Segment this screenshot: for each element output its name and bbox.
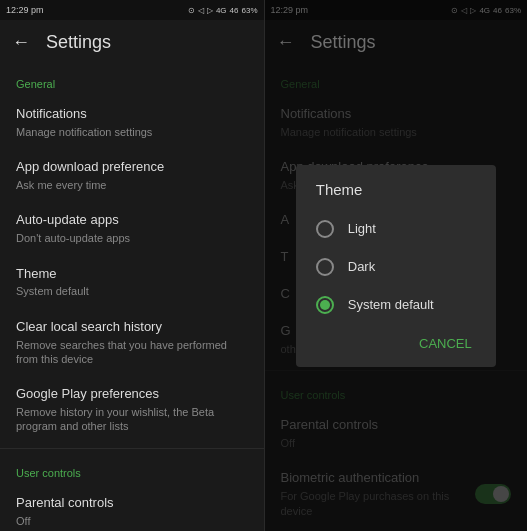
setting-title: App download preference xyxy=(16,159,248,176)
status-icon-wifi: ⊙ xyxy=(188,6,195,15)
setting-clear-history-left[interactable]: Clear local search history Remove search… xyxy=(0,309,264,376)
setting-theme-left[interactable]: Theme System default xyxy=(0,256,264,309)
theme-option-system[interactable]: System default xyxy=(296,286,496,324)
setting-subtitle: Don't auto-update apps xyxy=(16,231,248,245)
back-button-left[interactable]: ← xyxy=(12,32,30,53)
radio-system xyxy=(316,296,334,314)
theme-option-light[interactable]: Light xyxy=(296,210,496,248)
page-title-left: Settings xyxy=(46,32,111,53)
theme-option-system-label: System default xyxy=(348,297,434,312)
divider-left xyxy=(0,448,264,449)
dialog-title: Theme xyxy=(296,165,496,210)
setting-subtitle: Remove history in your wishlist, the Bet… xyxy=(16,405,248,434)
left-panel: 12:29 pm ⊙ ◁ ▷ 4G 46 63% ← Settings Gene… xyxy=(0,0,264,531)
theme-option-dark-label: Dark xyxy=(348,259,375,274)
dialog-overlay: Theme Light Dark System default CANCEL xyxy=(265,0,528,531)
setting-auto-update-left[interactable]: Auto-update apps Don't auto-update apps xyxy=(0,202,264,255)
setting-title: Theme xyxy=(16,266,248,283)
header-left: ← Settings xyxy=(0,20,264,64)
theme-option-light-label: Light xyxy=(348,221,376,236)
status-icon-46: 46 xyxy=(230,6,239,15)
right-panel: 12:29 pm ⊙ ◁ ▷ 4G 46 63% ← Settings Gene… xyxy=(264,0,528,531)
setting-title: Clear local search history xyxy=(16,319,248,336)
setting-subtitle: System default xyxy=(16,284,248,298)
setting-subtitle: Manage notification settings xyxy=(16,125,248,139)
setting-title: Auto-update apps xyxy=(16,212,248,229)
cancel-button[interactable]: CANCEL xyxy=(411,332,480,355)
time-left: 12:29 pm xyxy=(6,5,44,15)
setting-parental-left[interactable]: Parental controls Off xyxy=(0,485,264,531)
status-icons-left: ⊙ ◁ ▷ 4G 46 63% xyxy=(188,6,258,15)
setting-title: Notifications xyxy=(16,106,248,123)
setting-notifications-left[interactable]: Notifications Manage notification settin… xyxy=(0,96,264,149)
setting-app-download-left[interactable]: App download preference Ask me every tim… xyxy=(0,149,264,202)
theme-option-dark[interactable]: Dark xyxy=(296,248,496,286)
setting-title: Parental controls xyxy=(16,495,248,512)
setting-subtitle: Remove searches that you have performed … xyxy=(16,338,248,367)
status-bar-left: 12:29 pm ⊙ ◁ ▷ 4G 46 63% xyxy=(0,0,264,20)
theme-dialog: Theme Light Dark System default CANCEL xyxy=(296,165,496,367)
setting-subtitle: Off xyxy=(16,514,248,528)
status-icon-4g: 4G xyxy=(216,6,227,15)
setting-title: Google Play preferences xyxy=(16,386,248,403)
status-icon-battery: 63% xyxy=(241,6,257,15)
setting-subtitle: Ask me every time xyxy=(16,178,248,192)
status-icon-play: ▷ xyxy=(207,6,213,15)
radio-dark xyxy=(316,258,334,276)
dialog-actions: CANCEL xyxy=(296,324,496,367)
section-user-controls-label-left: User controls xyxy=(0,453,264,485)
radio-light xyxy=(316,220,334,238)
radio-system-inner xyxy=(320,300,330,310)
status-icon-alarm: ◁ xyxy=(198,6,204,15)
section-general-label-left: General xyxy=(0,64,264,96)
settings-list-left: General Notifications Manage notificatio… xyxy=(0,64,264,531)
setting-play-prefs-left[interactable]: Google Play preferences Remove history i… xyxy=(0,376,264,443)
